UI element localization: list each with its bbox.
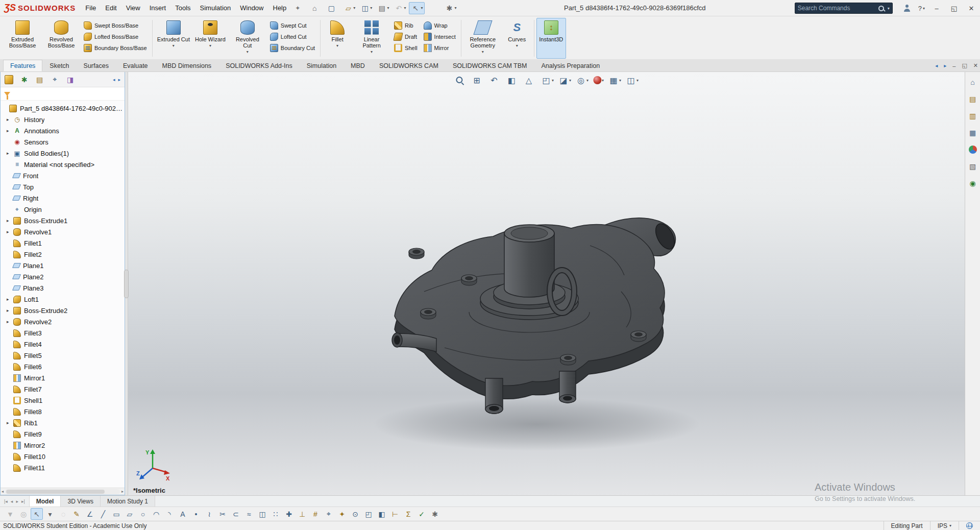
tree-item[interactable]: ▸ Plane3 xyxy=(1,282,125,294)
forum-button[interactable]: ◉ xyxy=(968,178,978,188)
chevron-down-icon[interactable]: ▾ xyxy=(482,50,484,54)
move-entities-button[interactable]: ✚ xyxy=(283,508,295,520)
menu-item[interactable]: Insert xyxy=(145,0,171,16)
swept-cut-button[interactable]: Swept Cut xyxy=(268,21,316,30)
zoom-fit-button[interactable]: ▾ xyxy=(454,74,468,86)
shell-button[interactable]: Shell xyxy=(393,43,419,53)
toggle-sphere-button[interactable]: ▾ xyxy=(426,2,442,14)
tree-item[interactable]: ▸ Fillet3 xyxy=(1,327,125,339)
line-button[interactable]: ╱ xyxy=(97,508,109,520)
display-style-button[interactable]: ◪ ▾ xyxy=(558,74,572,86)
tree-item[interactable]: ▸ Plane2 xyxy=(1,271,125,282)
lofted-cut-button[interactable]: Lofted Cut xyxy=(268,32,316,41)
menu-item[interactable]: Simulation xyxy=(195,0,236,16)
command-tab[interactable]: Features xyxy=(3,60,42,71)
wrap-button[interactable]: Wrap xyxy=(422,21,457,30)
zoom-area-button[interactable]: ⊞ ▾ xyxy=(471,74,485,86)
quick-snaps-button[interactable]: ⌖ xyxy=(323,508,335,520)
expand-arrow-icon[interactable]: ▸ xyxy=(7,420,13,425)
check-tool-button[interactable]: ✓ xyxy=(415,508,428,520)
chevron-down-icon[interactable]: ▾ xyxy=(516,43,518,48)
chevron-down-icon[interactable]: ▾ xyxy=(586,78,589,83)
doc-close-button[interactable]: ✕ xyxy=(973,62,978,69)
splitter-handle[interactable] xyxy=(124,270,129,298)
tree-item[interactable]: ▸ Revolve1 xyxy=(1,226,125,237)
hole-wizard-button[interactable]: Hole Wizard ▾ xyxy=(192,18,228,59)
panel-splitter[interactable] xyxy=(125,72,128,495)
chevron-down-icon[interactable]: ▾ xyxy=(247,50,249,54)
previous-view-button[interactable]: ↶ ▾ xyxy=(488,74,502,86)
view-settings-button[interactable]: ◫ ▾ xyxy=(625,74,639,86)
undo-button[interactable]: ↶ ▾ xyxy=(392,2,408,14)
menu-item[interactable]: Help xyxy=(268,0,291,16)
print-button[interactable]: ▤ ▾ xyxy=(375,2,391,14)
mass-properties-button[interactable]: Σ xyxy=(402,508,414,520)
tree-item[interactable]: ▸ Right xyxy=(1,192,125,204)
expand-arrow-icon[interactable]: ▸ xyxy=(7,308,13,313)
section-view-button[interactable]: ◧ ▾ xyxy=(506,74,520,86)
tree-item[interactable]: ▸ Solid Bodies(1) xyxy=(1,148,125,159)
view-orientation-tool-button[interactable]: ◰ xyxy=(362,508,375,520)
pin-icon[interactable]: ✦ xyxy=(295,5,300,12)
extruded-boss-base-button[interactable]: Extruded Boss/Base xyxy=(3,18,42,59)
chevron-down-icon[interactable]: ▾ xyxy=(602,78,604,83)
scroll-right-icon[interactable]: ▸ xyxy=(121,489,124,494)
minimize-button[interactable]: – xyxy=(928,1,945,16)
tree-item[interactable]: ▸ Top xyxy=(1,181,125,192)
featuremanager-tab-button[interactable] xyxy=(5,75,13,84)
draft-button[interactable]: Draft xyxy=(393,32,419,41)
menu-item[interactable]: File xyxy=(81,0,101,16)
chevron-down-icon[interactable]: ▾ xyxy=(209,43,211,48)
propertymanager-tab-button[interactable]: ✱ xyxy=(20,75,29,84)
tags-cell[interactable] xyxy=(959,521,980,530)
tree-item[interactable]: ▸ Fillet6 xyxy=(1,361,125,372)
tree-item[interactable]: ▸ History xyxy=(1,114,125,125)
command-tab[interactable]: MBD Dimensions xyxy=(155,60,219,71)
straight-slot-button[interactable]: ▱ xyxy=(124,508,136,520)
command-tab[interactable]: Simulation xyxy=(300,60,344,71)
tree-item[interactable]: ▸ Rib1 xyxy=(1,417,125,428)
units-selector[interactable]: IPS▾ xyxy=(930,521,959,530)
rapid-sketch-button[interactable]: ✦ xyxy=(336,508,348,520)
tree-item[interactable]: ▸ Boss-Extrude1 xyxy=(1,215,125,226)
curves-button[interactable]: Curves ▾ xyxy=(502,18,532,59)
document-tab[interactable]: 3D Views xyxy=(61,496,100,507)
scroll-left-icon[interactable]: ◂ xyxy=(935,63,938,68)
scroll-right-icon[interactable]: ▸ xyxy=(944,63,946,68)
expand-arrow-icon[interactable]: ▸ xyxy=(7,319,13,324)
linear-pattern-button[interactable]: Linear Pattern ▾ xyxy=(352,18,391,59)
search-icon[interactable] xyxy=(878,6,884,11)
file-explorer-button[interactable]: ▥ xyxy=(968,111,978,121)
command-tab[interactable]: Analysis Preparation xyxy=(534,60,607,71)
menu-item[interactable]: Window xyxy=(235,0,268,16)
tree-item[interactable]: ▸ Origin xyxy=(1,204,125,215)
instant3d-button[interactable]: Instant3D xyxy=(536,18,566,59)
lasso-select-button[interactable]: ◌ xyxy=(57,508,69,520)
extruded-cut-button[interactable]: Extruded Cut ▾ xyxy=(155,18,192,59)
help-button[interactable]: ?▾ xyxy=(915,5,928,12)
tree-item[interactable]: ▸ Fillet5 xyxy=(1,350,125,361)
lofted-boss-base-button[interactable]: Lofted Boss/Base xyxy=(82,32,149,41)
view-palette-button[interactable]: ▦ xyxy=(968,128,978,138)
scrollbar-thumb[interactable] xyxy=(6,490,105,494)
save-button[interactable]: ◫ ▾ xyxy=(358,2,374,14)
tree-item[interactable]: ▸ Material <not specified> xyxy=(1,159,125,170)
convert-entities-button[interactable]: ⊂ xyxy=(230,508,242,520)
reference-geometry-button[interactable]: Reference Geometry ▾ xyxy=(463,18,502,59)
command-tab[interactable]: SOLIDWORKS CAM TBM xyxy=(446,60,534,71)
trim-entities-button[interactable]: ✂ xyxy=(216,508,229,520)
graphics-area[interactable]: ▾ ⊞ ▾ ↶ ▾ ◧ ▾ △ ▾ ◰ ▾ ◪ ▾ xyxy=(128,72,965,495)
fillet-button[interactable]: Fillet ▾ xyxy=(323,18,352,59)
circle-button[interactable]: ○ xyxy=(137,508,149,520)
tree-item[interactable]: ▸ Mirror1 xyxy=(1,372,125,383)
apply-scene-button[interactable]: ▦ ▾ xyxy=(608,74,622,86)
normal-to-button[interactable]: ⊙ xyxy=(349,508,361,520)
tree-horizontal-scrollbar[interactable]: ◂ ▸ xyxy=(1,488,125,495)
tree-item[interactable]: ▸ Fillet11 xyxy=(1,462,125,473)
tree-item[interactable]: ▸ Boss-Extrude2 xyxy=(1,305,125,316)
expand-arrow-icon[interactable]: ▸ xyxy=(7,117,13,122)
configurationmanager-tab-button[interactable]: ▤ xyxy=(35,75,44,84)
panel-scroll-left-icon[interactable]: ◂ xyxy=(113,77,115,82)
chevron-down-icon[interactable]: ▾ xyxy=(387,6,389,10)
tree-item[interactable]: ▸ Fillet4 xyxy=(1,339,125,350)
